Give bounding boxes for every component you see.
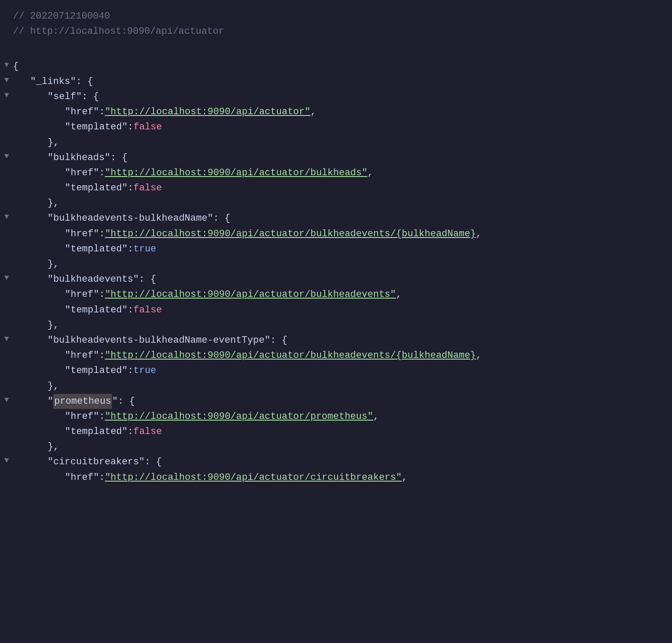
self-key-line: ▼ "self" : { — [13, 89, 659, 104]
bulkheads-templated-line: "templated" : false — [13, 180, 659, 196]
circuitbreakers-href-line: "href" : "http://localhost:9090/api/actu… — [13, 470, 659, 485]
bulkheadevents-collapse-arrow[interactable]: ▼ — [4, 272, 9, 284]
comment-line-1: // 20220712100040 — [13, 9, 659, 24]
bheadevents-bn-href-link[interactable]: "http://localhost:9090/api/actuator/bulk… — [105, 226, 476, 241]
self-href-link[interactable]: "http://localhost:9090/api/actuator" — [105, 104, 310, 119]
bulkheadevents-key-line: ▼ "bulkheadevents" : { — [13, 272, 659, 287]
bheadevents-bn-href-line: "href" : "http://localhost:9090/api/actu… — [13, 226, 659, 241]
bulkheads-href-link[interactable]: "http://localhost:9090/api/actuator/bulk… — [105, 165, 367, 180]
prometheus-close-brace: }, — [13, 439, 659, 454]
root-open-brace: ▼ { — [13, 59, 659, 74]
bulkheads-close-brace: }, — [13, 196, 659, 211]
bulkheads-collapse-arrow[interactable]: ▼ — [4, 150, 9, 163]
bheadevents-bname-etype-templated-line: "templated" : true — [13, 363, 659, 378]
bheadevents-bname-etype-key-line: ▼ "bulkheadevents-bulkheadName-eventType… — [13, 333, 659, 348]
bheadevents-bn-collapse-arrow[interactable]: ▼ — [4, 211, 9, 223]
self-href-line: "href" : "http://localhost:9090/api/actu… — [13, 104, 659, 119]
prometheus-collapse-arrow[interactable]: ▼ — [4, 394, 9, 406]
circuitbreakers-collapse-arrow[interactable]: ▼ — [4, 454, 9, 467]
bheadevents-bn-close-brace: }, — [13, 257, 659, 272]
circuitbreakers-key-line: ▼ "circuitbreakers" : { — [13, 454, 659, 469]
self-templated-line: "templated" : false — [13, 119, 659, 135]
prometheus-templated-line: "templated" : false — [13, 424, 659, 439]
bulkheadevents-bulkheadname-key-line: ▼ "bulkheadevents-bulkheadName" : { — [13, 211, 659, 226]
self-collapse-arrow[interactable]: ▼ — [4, 89, 9, 102]
links-key-line: ▼ "_links" : { — [13, 74, 659, 89]
prometheus-key-line: ▼ "prometheus" : { — [13, 394, 659, 409]
bulkheads-key-line: ▼ "bulkheads" : { — [13, 150, 659, 165]
bheadevents-bn-templated-line: "templated" : true — [13, 241, 659, 257]
bulkheadevents-close-brace: }, — [13, 318, 659, 333]
comment-line-2: // http://localhost:9090/api/actuator — [13, 24, 659, 39]
root-collapse-arrow[interactable]: ▼ — [4, 59, 9, 71]
prometheus-href-link[interactable]: "http://localhost:9090/api/actuator/prom… — [105, 409, 373, 424]
prometheus-href-line: "href" : "http://localhost:9090/api/actu… — [13, 409, 659, 424]
bheadevents-bname-etype-close-brace: }, — [13, 379, 659, 394]
bulkheadevents-href-link[interactable]: "http://localhost:9090/api/actuator/bulk… — [105, 287, 396, 302]
self-close-brace: }, — [13, 135, 659, 150]
bulkheadevents-href-line: "href" : "http://localhost:9090/api/actu… — [13, 287, 659, 302]
bulkheads-href-line: "href" : "http://localhost:9090/api/actu… — [13, 165, 659, 180]
links-collapse-arrow[interactable]: ▼ — [4, 74, 9, 87]
bulkheadevents-templated-line: "templated" : false — [13, 302, 659, 318]
bheadevents-bname-etype-href-line: "href" : "http://localhost:9090/api/actu… — [13, 348, 659, 363]
circuitbreakers-href-link[interactable]: "http://localhost:9090/api/actuator/circ… — [105, 470, 402, 485]
bheadevents-bname-etype-href-link[interactable]: "http://localhost:9090/api/actuator/bulk… — [105, 348, 476, 363]
bheadevents-bname-etype-collapse-arrow[interactable]: ▼ — [4, 333, 9, 345]
